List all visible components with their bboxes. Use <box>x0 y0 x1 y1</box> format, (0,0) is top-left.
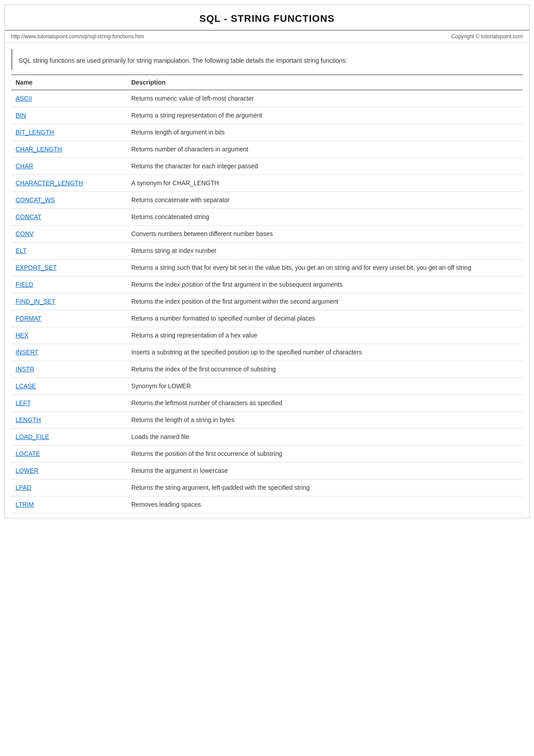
meta-bar: http://www.tutorialspoint.com/sql/sql-st… <box>5 31 529 43</box>
func-link[interactable]: EXPORT_SET <box>16 264 57 271</box>
func-desc-cell: Returns concatenated string <box>127 209 523 226</box>
func-link[interactable]: ELT <box>16 247 27 254</box>
func-desc-cell: Returns concatenate with separator <box>127 192 523 209</box>
func-link[interactable]: CONV <box>16 230 33 237</box>
func-name-cell: FORMAT <box>11 310 127 327</box>
func-name-cell: CONV <box>11 226 127 243</box>
func-link[interactable]: CONCAT_WS <box>16 196 55 203</box>
table-row: BIT_LENGTHReturns length of argument in … <box>11 124 523 141</box>
func-link[interactable]: LCASE <box>16 382 36 390</box>
table-header-row: Name Description <box>11 75 523 90</box>
func-name-cell: CONCAT_WS <box>11 192 127 209</box>
func-name-cell: INSTR <box>11 361 127 378</box>
func-name-cell: FIELD <box>11 276 127 293</box>
func-desc-cell: Returns length of argument in bits <box>127 124 523 141</box>
table-row: EXPORT_SETReturns a string such that for… <box>11 260 523 276</box>
func-desc-cell: Converts numbers between different numbe… <box>127 226 523 243</box>
func-desc-cell: A synonym for CHAR_LENGTH <box>127 175 523 192</box>
func-desc-cell: Returns the index position of the first … <box>127 276 523 293</box>
table-row: LENGTHReturns the length of a string in … <box>11 412 523 429</box>
func-desc-cell: Returns the leftmost number of character… <box>127 395 523 412</box>
func-link[interactable]: CHAR <box>16 163 33 170</box>
table-row: CHARReturns the character for each integ… <box>11 158 523 175</box>
func-desc-cell: Returns the length of a string in bytes <box>127 412 523 429</box>
func-desc-cell: Returns the string argument, left-padded… <box>127 480 523 496</box>
func-name-cell: EXPORT_SET <box>11 260 127 276</box>
func-link[interactable]: CHAR_LENGTH <box>16 146 62 153</box>
func-link[interactable]: FIELD <box>16 281 33 288</box>
table-row: INSTRReturns the index of the first occu… <box>11 361 523 378</box>
func-desc-cell: Returns a string representation of the a… <box>127 107 523 124</box>
func-link[interactable]: LTRIM <box>16 501 34 508</box>
func-name-cell: LPAD <box>11 480 127 496</box>
func-name-cell: LCASE <box>11 378 127 395</box>
intro-text: SQL string functions are used primarily … <box>11 49 523 70</box>
func-link[interactable]: FIND_IN_SET <box>16 298 55 305</box>
table-row: HEXReturns a string representation of a … <box>11 327 523 344</box>
table-row: LPADReturns the string argument, left-pa… <box>11 480 523 496</box>
func-desc-cell: Returns the character for each integer p… <box>127 158 523 175</box>
func-desc-cell: Returns number of characters in argument <box>127 141 523 158</box>
func-desc-cell: Returns the argument in lowercase <box>127 463 523 480</box>
func-desc-cell: Returns numeric value of left-most chara… <box>127 90 523 107</box>
table-row: FORMATReturns a number formatted to spec… <box>11 310 523 327</box>
func-name-cell: HEX <box>11 327 127 344</box>
func-name-cell: LOWER <box>11 463 127 480</box>
table-row: CONCAT_WSReturns concatenate with separa… <box>11 192 523 209</box>
table-row: FIELDReturns the index position of the f… <box>11 276 523 293</box>
col-name-header: Name <box>11 75 127 90</box>
page-wrapper: SQL - STRING FUNCTIONS http://www.tutori… <box>4 4 530 518</box>
func-name-cell: CHAR_LENGTH <box>11 141 127 158</box>
func-desc-cell: Returns the position of the first occurr… <box>127 446 523 463</box>
func-link[interactable]: LPAD <box>16 484 32 491</box>
func-link[interactable]: LOCATE <box>16 450 40 457</box>
table-row: LCASESynonym for LOWER <box>11 378 523 395</box>
col-desc-header: Description <box>127 75 523 90</box>
func-desc-cell: Loads the named file <box>127 429 523 446</box>
func-link[interactable]: LEFT <box>16 399 31 406</box>
func-name-cell: LTRIM <box>11 496 127 513</box>
func-name-cell: LENGTH <box>11 412 127 429</box>
func-desc-cell: Removes leading spaces <box>127 496 523 513</box>
func-name-cell: BIN <box>11 107 127 124</box>
func-desc-cell: Returns a string representation of a hex… <box>127 327 523 344</box>
func-link[interactable]: INSERT <box>16 349 38 356</box>
func-link[interactable]: HEX <box>16 332 28 339</box>
func-name-cell: CHARACTER_LENGTH <box>11 175 127 192</box>
func-name-cell: LOCATE <box>11 446 127 463</box>
func-link[interactable]: CONCAT <box>16 213 41 220</box>
table-row: CHAR_LENGTHReturns number of characters … <box>11 141 523 158</box>
table-row: FIND_IN_SETReturns the index position of… <box>11 293 523 310</box>
func-link[interactable]: BIN <box>16 112 26 119</box>
table-row: CONCATReturns concatenated string <box>11 209 523 226</box>
functions-table: Name Description ASCIIReturns numeric va… <box>11 74 523 513</box>
page-url: http://www.tutorialspoint.com/sql/sql-st… <box>11 33 144 40</box>
func-link[interactable]: BIT_LENGTH <box>16 129 54 136</box>
page-title: SQL - STRING FUNCTIONS <box>9 13 525 24</box>
func-name-cell: FIND_IN_SET <box>11 293 127 310</box>
table-row: BINReturns a string representation of th… <box>11 107 523 124</box>
func-link[interactable]: LOWER <box>16 467 38 474</box>
func-desc-cell: Returns a string such that for every bit… <box>127 260 523 276</box>
table-row: LOCATEReturns the position of the first … <box>11 446 523 463</box>
table-row: ASCIIReturns numeric value of left-most … <box>11 90 523 107</box>
func-link[interactable]: LENGTH <box>16 416 41 423</box>
copyright: Copyright © tutorialspoint.com <box>451 33 523 40</box>
table-row: LOWERReturns the argument in lowercase <box>11 463 523 480</box>
func-desc-cell: Returns string at index number <box>127 243 523 260</box>
table-row: LTRIMRemoves leading spaces <box>11 496 523 513</box>
func-name-cell: ASCII <box>11 90 127 107</box>
func-name-cell: CHAR <box>11 158 127 175</box>
func-link[interactable]: CHARACTER_LENGTH <box>16 179 83 187</box>
func-name-cell: LOAD_FILE <box>11 429 127 446</box>
func-name-cell: INSERT <box>11 344 127 361</box>
table-row: CHARACTER_LENGTHA synonym for CHAR_LENGT… <box>11 175 523 192</box>
table-row: LOAD_FILELoads the named file <box>11 429 523 446</box>
func-link[interactable]: INSTR <box>16 366 34 373</box>
func-desc-cell: Inserts a substring at the specified pos… <box>127 344 523 361</box>
func-desc-cell: Returns the index of the first occurrenc… <box>127 361 523 378</box>
func-link[interactable]: FORMAT <box>16 315 41 322</box>
func-link[interactable]: LOAD_FILE <box>16 433 49 440</box>
func-link[interactable]: ASCII <box>16 95 32 102</box>
func-name-cell: LEFT <box>11 395 127 412</box>
